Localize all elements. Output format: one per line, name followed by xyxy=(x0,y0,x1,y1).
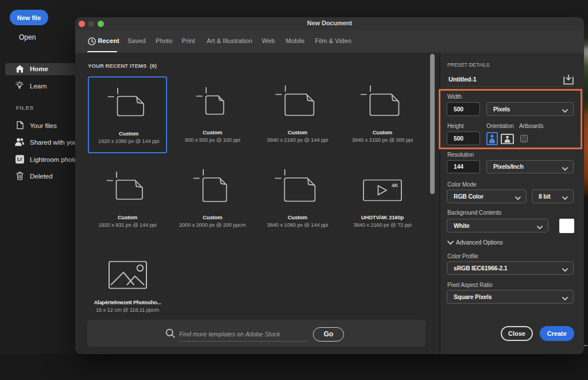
svg-text:4K: 4K xyxy=(392,183,399,188)
